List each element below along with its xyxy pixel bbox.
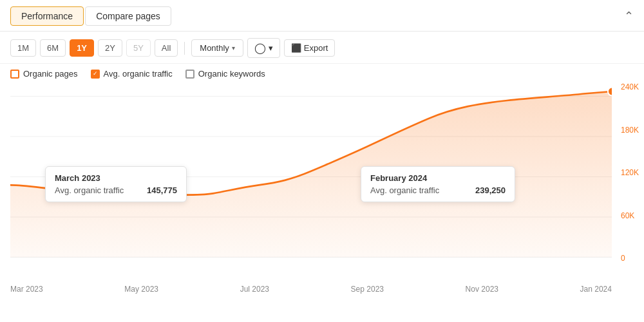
x-label-nov2023: Nov 2023 [466, 285, 498, 294]
time-2y-button[interactable]: 2Y [98, 39, 122, 57]
organic-pages-checkbox[interactable] [10, 70, 19, 79]
header-tabs-row: Performance Compare pages ⌃ [0, 0, 644, 32]
legend-row: Organic pages Avg. organic traffic Organ… [0, 64, 644, 82]
x-label-mar2023: Mar 2023 [10, 285, 43, 294]
chart-area: 240K 180K 120K 60K 0 March 2023 Avg. org… [0, 82, 644, 282]
period-dropdown[interactable]: Monthly ▾ [191, 39, 243, 57]
organic-keywords-label: Organic keywords [198, 69, 265, 79]
controls-row: 1M 6M 1Y 2Y 5Y All Monthly ▾ ◯ ▾ ⬛ Expor… [0, 32, 644, 64]
period-label: Monthly [200, 43, 229, 53]
organic-keywords-checkbox[interactable] [185, 70, 194, 79]
y-label-240k: 240K [621, 82, 639, 91]
chevron-down-icon-2: ▾ [269, 43, 273, 53]
svg-point-5 [608, 88, 612, 96]
x-label-may2023: May 2023 [124, 285, 158, 294]
legend-organic-pages[interactable]: Organic pages [10, 69, 78, 79]
export-icon: ⬛ [291, 43, 301, 53]
y-label-60k: 60K [621, 211, 639, 220]
y-label-0: 0 [621, 254, 639, 263]
main-tabs: Performance Compare pages [10, 6, 171, 26]
y-label-120k: 120K [621, 168, 639, 177]
y-axis-labels: 240K 180K 120K 60K 0 [621, 82, 639, 263]
compare-icon-button[interactable]: ◯ ▾ [247, 38, 280, 58]
collapse-button[interactable]: ⌃ [624, 9, 634, 23]
export-button[interactable]: ⬛ Export [284, 39, 336, 57]
time-5y-button[interactable]: 5Y [126, 39, 151, 57]
divider [184, 42, 185, 55]
avg-traffic-label: Avg. organic traffic [104, 69, 173, 79]
comment-icon: ◯ [254, 42, 266, 54]
line-chart [10, 82, 612, 263]
tab-performance[interactable]: Performance [10, 6, 84, 26]
dashboard-container: Performance Compare pages ⌃ 1M 6M 1Y 2Y … [0, 0, 644, 322]
avg-traffic-checkbox[interactable] [91, 70, 100, 79]
time-1y-button[interactable]: 1Y [70, 39, 94, 57]
time-1m-button[interactable]: 1M [10, 39, 36, 57]
legend-organic-keywords[interactable]: Organic keywords [185, 69, 265, 79]
chevron-down-icon: ▾ [232, 44, 235, 52]
x-label-jan2024: Jan 2024 [580, 285, 612, 294]
x-label-jul2023: Jul 2023 [240, 285, 269, 294]
tab-compare-pages[interactable]: Compare pages [85, 6, 171, 26]
x-label-sep2023: Sep 2023 [351, 285, 384, 294]
y-label-180k: 180K [621, 126, 639, 135]
time-all-button[interactable]: All [155, 39, 178, 57]
legend-avg-traffic[interactable]: Avg. organic traffic [91, 69, 173, 79]
x-axis-labels: Mar 2023 May 2023 Jul 2023 Sep 2023 Nov … [0, 282, 644, 294]
organic-pages-label: Organic pages [23, 69, 78, 79]
export-label: Export [304, 43, 328, 53]
time-6m-button[interactable]: 6M [40, 39, 66, 57]
